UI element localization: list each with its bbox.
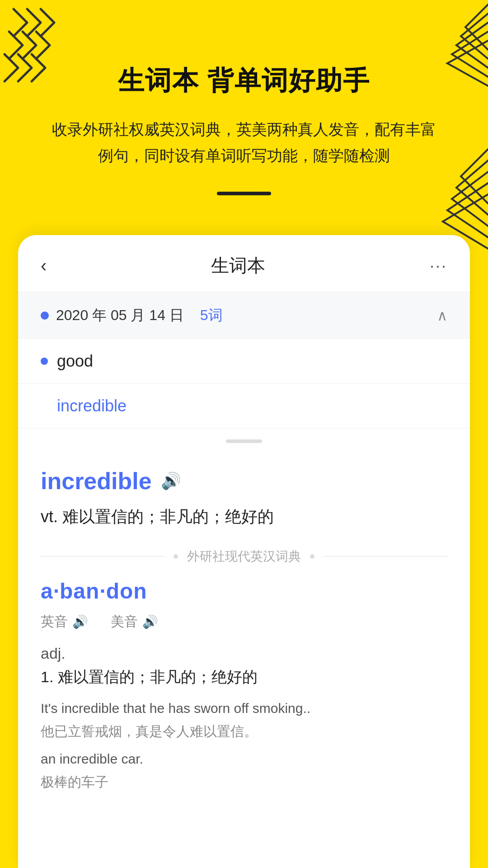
word-text: good: [57, 352, 93, 371]
dict-second-def: 1. 难以置信的；非凡的；绝好的: [41, 667, 447, 688]
date-dot: [41, 311, 49, 320]
example2-en: an incredible car.: [41, 747, 447, 770]
chevrons-top-left-decoration: [0, 0, 99, 99]
vocabulary-app: ‹ 生词本 ··· 2020 年 05 月 14 日 5词 ∧ good inc…: [18, 235, 470, 816]
word-item-good[interactable]: good: [18, 339, 470, 384]
dict-second-pos: adj.: [41, 645, 447, 662]
pron-us-label: 美音: [111, 613, 138, 631]
source-divider: 外研社现代英汉词典: [41, 548, 447, 565]
app-card: ‹ 生词本 ··· 2020 年 05 月 14 日 5词 ∧ good inc…: [18, 235, 470, 868]
example1-en: It's incredible that he has sworn off sm…: [41, 697, 447, 720]
word-item-incredible[interactable]: incredible: [18, 384, 470, 429]
word-text-selected: incredible: [57, 396, 127, 415]
date-row: 2020 年 05 月 14 日 5词 ∧: [18, 292, 470, 339]
subtitle: 收录外研社权威英汉词典，英美两种真人发音，配有丰富例句，同时设有单词听写功能，随…: [45, 117, 443, 169]
source-line-left: [41, 556, 164, 557]
main-sound-icon[interactable]: 🔊: [161, 472, 181, 491]
source-dot-left: [174, 554, 178, 559]
dict-word-line: incredible 🔊: [41, 467, 447, 495]
pron-en-label: 英音: [41, 613, 68, 631]
example2-cn: 极棒的车子: [41, 770, 447, 793]
title-divider: [217, 192, 271, 195]
scroll-handle: [226, 439, 262, 443]
main-title: 生词本 背单词好助手: [45, 63, 443, 99]
date-text: 2020 年 05 月 14 日: [56, 306, 184, 326]
lines-top-right-decoration: [398, 0, 488, 113]
date-left: 2020 年 05 月 14 日 5词: [41, 306, 223, 326]
back-button[interactable]: ‹: [41, 255, 47, 276]
source-line-right: [324, 556, 447, 557]
pron-en-sound-icon[interactable]: 🔊: [72, 614, 88, 629]
pronunciation-row: 英音 🔊 美音 🔊: [41, 613, 447, 631]
pron-us-sound-icon[interactable]: 🔊: [142, 614, 158, 629]
word-count: 5词: [200, 306, 223, 326]
dict-pos-def: vt. 难以置信的；非凡的；绝好的: [41, 504, 447, 530]
dict-second-word: a·ban·don: [41, 579, 447, 604]
pron-us: 美音 🔊: [111, 613, 158, 631]
dict-main-word: incredible: [41, 467, 152, 495]
pron-en: 英音 🔊: [41, 613, 88, 631]
word-dot: [41, 358, 48, 365]
lines-bottom-right-decoration: [389, 145, 488, 271]
dictionary-section: incredible 🔊 vt. 难以置信的；非凡的；绝好的 外研社现代英汉词典…: [18, 454, 470, 816]
app-title: 生词本: [211, 253, 265, 278]
source-name: 外研社现代英汉词典: [187, 548, 301, 565]
source-dot-right: [310, 554, 314, 559]
example1-cn: 他已立誓戒烟，真是令人难以置信。: [41, 720, 447, 743]
collapse-button[interactable]: ∧: [437, 307, 447, 324]
